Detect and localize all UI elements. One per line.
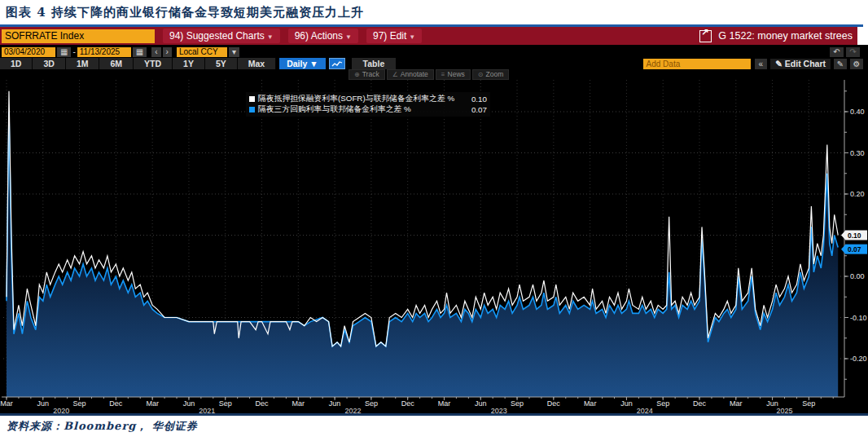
magnifier-icon: ⊙ xyxy=(478,71,484,78)
line-chart-icon[interactable] xyxy=(329,58,345,69)
period-select[interactable]: Daily ▼ xyxy=(279,58,325,69)
news-icon: ≡ xyxy=(441,71,445,78)
date-range-separator: - xyxy=(72,47,75,56)
edit-chart-button[interactable]: ✎ Edit Chart xyxy=(770,59,831,69)
chevron-down-icon: ▼ xyxy=(345,33,352,41)
sofr-series-swatch xyxy=(249,96,255,102)
tab-max[interactable]: Max xyxy=(238,58,276,69)
collapse-panel-button[interactable]: « xyxy=(755,59,768,69)
track-button[interactable]: ⊕Track xyxy=(349,69,385,80)
annotate-chart-icon[interactable]: ✎ xyxy=(834,59,847,69)
chevron-down-icon: ▼ xyxy=(267,33,274,41)
actions-menu[interactable]: 96) Actions▼ xyxy=(288,29,358,43)
step-forward-button[interactable]: › xyxy=(163,47,172,57)
annotate-button[interactable]: ∠Annotate xyxy=(387,69,434,80)
crosshair-icon: ⊕ xyxy=(354,71,360,78)
edit-menu[interactable]: 97) Edit▼ xyxy=(366,29,422,43)
triparty-series-swatch xyxy=(249,107,255,112)
tab-3d[interactable]: 3D xyxy=(33,58,65,69)
figure-title: 图表 4 持续下降的商业银行储备金导致短期美元融资压力上升 xyxy=(6,5,364,20)
currency-select[interactable]: Local CCY xyxy=(177,47,227,57)
step-back-button[interactable]: ‹ xyxy=(151,47,160,57)
tab-ytd[interactable]: YTD xyxy=(134,58,173,69)
suggested-charts-menu[interactable]: 94) Suggested Charts▼ xyxy=(163,29,280,43)
chevron-down-icon: ▼ xyxy=(409,33,415,41)
range-tab-row: 1D 3D 1M 6M YTD 1Y 5Y Max Daily ▼ Table … xyxy=(0,58,868,69)
date-to-input[interactable]: 11/13/2025 xyxy=(77,47,131,57)
legend-item-triparty[interactable]: 隔夜三方回购利率与联邦储备金利率之差 % 0.07 xyxy=(249,104,487,115)
tab-1d[interactable]: 1D xyxy=(0,58,33,69)
chart-reference-label: G 1522: money market strees xyxy=(718,30,853,42)
figure-bottom-divider xyxy=(0,413,868,416)
zoom-button[interactable]: ⊙Zoom xyxy=(472,69,509,80)
tab-1y[interactable]: 1Y xyxy=(173,58,205,69)
redo-icon[interactable]: ↷ xyxy=(846,47,860,57)
report-figure-page: 图表 4 持续下降的商业银行储备金导致短期美元融资压力上升 0.400.300.… xyxy=(0,0,868,441)
calendar-icon[interactable]: ▦ xyxy=(133,47,147,57)
undo-icon[interactable]: ↶ xyxy=(830,47,844,57)
news-button[interactable]: ≡News xyxy=(436,69,471,80)
date-range-row: 03/04/2020 ▦ - 11/13/2025 ▦ ‹ › Local CC… xyxy=(0,46,868,57)
terminal-topbar: SOFRRATE Index 94) Suggested Charts▼ 96)… xyxy=(0,27,857,45)
chart-mini-toolbar: ⊕Track ∠Annotate ≡News ⊙Zoom xyxy=(349,69,511,80)
date-from-input[interactable]: 03/04/2020 xyxy=(2,47,55,57)
currency-dropdown-icon[interactable]: ▾ xyxy=(229,47,239,57)
table-button[interactable]: Table xyxy=(352,58,397,69)
legend-item-sofr[interactable]: 隔夜抵押担保融资利率(SOFR)与联邦储备金利率之差 % 0.10 xyxy=(249,94,487,104)
security-input[interactable]: SOFRRATE Index xyxy=(2,29,155,43)
source-note: 资料来源：Bloomberg， 华创证券 xyxy=(7,419,198,434)
tab-6m[interactable]: 6M xyxy=(99,58,134,69)
pencil-icon: ∠ xyxy=(392,71,398,78)
tab-5y[interactable]: 5Y xyxy=(205,58,238,69)
calendar-icon[interactable]: ▦ xyxy=(57,47,71,57)
tab-1m[interactable]: 1M xyxy=(66,58,100,69)
gear-icon[interactable]: ⚙ xyxy=(850,59,863,69)
add-data-input[interactable]: Add Data xyxy=(643,59,751,69)
chart-legend: 隔夜抵押担保融资利率(SOFR)与联邦储备金利率之差 % 0.10 隔夜三方回购… xyxy=(246,92,490,117)
export-icon[interactable] xyxy=(699,30,712,42)
